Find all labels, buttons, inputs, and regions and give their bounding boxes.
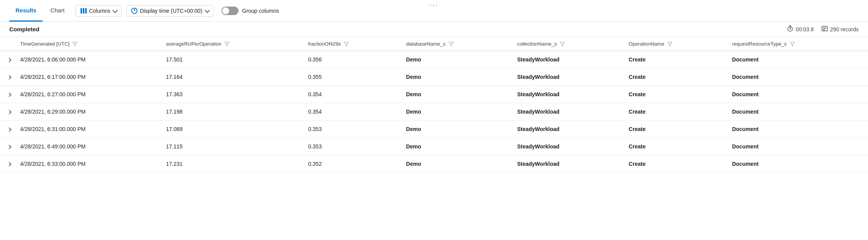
cell-averageruperoperation: 17.198 xyxy=(161,103,304,121)
cell-timegenerated: 4/28/2021, 6:06:00.000 PM xyxy=(15,51,161,68)
cell-collectionname_s: SteadyWorkload xyxy=(513,86,624,103)
th-collectionname[interactable]: collectionName_s xyxy=(513,37,624,51)
timer-label: 00:03.8 xyxy=(796,26,814,32)
cell-averageruperoperation: 17.363 xyxy=(161,86,304,103)
th-operationname[interactable]: OperationName xyxy=(624,37,727,51)
cell-timegenerated: 4/28/2021, 6:49:00.000 PM xyxy=(15,138,161,155)
table-row[interactable]: 4/28/2021, 6:17:00.000 PM17.1640.355Demo… xyxy=(0,68,868,86)
cell-timegenerated: 4/28/2021, 6:27:00.000 PM xyxy=(15,86,161,103)
cell-averageruperoperation: 17.231 xyxy=(161,155,304,173)
group-columns-toggle[interactable] xyxy=(221,7,238,15)
expand-cell[interactable] xyxy=(0,103,15,121)
cell-databasename_s: Demo xyxy=(401,121,513,138)
cell-averageruperoperation: 17.501 xyxy=(161,51,304,68)
cell-operationname: Create xyxy=(624,138,727,155)
toggle-knob xyxy=(222,7,229,14)
expand-chevron-icon[interactable] xyxy=(7,110,11,114)
cell-averageruperoperation: 17.164 xyxy=(161,68,304,86)
display-time-chevron-down-icon xyxy=(204,7,210,13)
databasename-filter-icon[interactable] xyxy=(449,41,454,46)
table-row[interactable]: 4/28/2021, 6:33:00.000 PM17.2310.352Demo… xyxy=(0,155,868,173)
averageru-filter-icon[interactable] xyxy=(225,41,230,46)
cell-fractionof429s: 0.356 xyxy=(304,51,401,68)
expand-chevron-icon[interactable] xyxy=(7,145,11,149)
tab-results[interactable]: Results xyxy=(9,0,43,22)
ellipsis: ... xyxy=(429,0,439,6)
timegenerated-filter-icon[interactable] xyxy=(72,41,77,46)
expand-cell[interactable] xyxy=(0,68,15,86)
cell-collectionname_s: SteadyWorkload xyxy=(513,138,624,155)
cell-databasename_s: Demo xyxy=(401,68,513,86)
status-meta: 00:03.8 290 records xyxy=(787,26,859,33)
status-text: Completed xyxy=(9,26,39,32)
records-icon xyxy=(822,26,828,33)
th-databasename[interactable]: databaseName_s xyxy=(401,37,513,51)
cell-databasename_s: Demo xyxy=(401,138,513,155)
table-row[interactable]: 4/28/2021, 6:49:00.000 PM17.1150.353Demo… xyxy=(0,138,868,155)
table-body: 4/28/2021, 6:06:00.000 PM17.5010.356Demo… xyxy=(0,51,868,173)
expand-chevron-icon[interactable] xyxy=(7,127,11,131)
expand-cell[interactable] xyxy=(0,51,15,68)
collectionname-filter-icon[interactable] xyxy=(560,41,565,46)
table-row[interactable]: 4/28/2021, 6:29:00.000 PM17.1980.354Demo… xyxy=(0,103,868,121)
cell-fractionof429s: 0.352 xyxy=(304,155,401,173)
tab-chart[interactable]: Chart xyxy=(44,0,71,22)
th-fractionof429s[interactable]: fractionOf429s xyxy=(304,37,401,51)
cell-collectionname_s: SteadyWorkload xyxy=(513,51,624,68)
expand-cell[interactable] xyxy=(0,138,15,155)
th-requestresourcetype[interactable]: requestResourceType_s xyxy=(727,37,868,51)
group-columns-label: Group columns xyxy=(242,8,279,14)
cell-timegenerated: 4/28/2021, 6:33:00.000 PM xyxy=(15,155,161,173)
columns-icon xyxy=(81,8,87,14)
cell-requestresourcetype_s: Document xyxy=(727,103,868,121)
cell-fractionof429s: 0.353 xyxy=(304,138,401,155)
cell-operationname: Create xyxy=(624,68,727,86)
expand-cell[interactable] xyxy=(0,86,15,103)
cell-requestresourcetype_s: Document xyxy=(727,51,868,68)
cell-fractionof429s: 0.355 xyxy=(304,68,401,86)
records-meta: 290 records xyxy=(822,26,859,33)
cell-timegenerated: 4/28/2021, 6:31:00.000 PM xyxy=(15,121,161,138)
table-row[interactable]: 4/28/2021, 6:31:00.000 PM17.0890.353Demo… xyxy=(0,121,868,138)
table-header: TimeGenerated [UTC] averageRUPerOperatio… xyxy=(0,37,868,51)
cell-requestresourcetype_s: Document xyxy=(727,121,868,138)
expand-cell[interactable] xyxy=(0,121,15,138)
status-bar: Completed 00:03.8 xyxy=(0,22,868,37)
cell-databasename_s: Demo xyxy=(401,155,513,173)
expand-cell[interactable] xyxy=(0,155,15,173)
operationname-filter-icon[interactable] xyxy=(667,41,672,46)
records-label: 290 records xyxy=(830,26,859,32)
cell-timegenerated: 4/28/2021, 6:29:00.000 PM xyxy=(15,103,161,121)
table-row[interactable]: 4/28/2021, 6:27:00.000 PM17.3630.354Demo… xyxy=(0,86,868,103)
cell-fractionof429s: 0.354 xyxy=(304,86,401,103)
cell-databasename_s: Demo xyxy=(401,86,513,103)
top-bar: ... Results Chart Columns Display time (… xyxy=(0,0,868,22)
expand-chevron-icon[interactable] xyxy=(7,75,11,79)
th-timegenerated[interactable]: TimeGenerated [UTC] xyxy=(15,37,161,51)
cell-timegenerated: 4/28/2021, 6:17:00.000 PM xyxy=(15,68,161,86)
cell-requestresourcetype_s: Document xyxy=(727,68,868,86)
results-table: TimeGenerated [UTC] averageRUPerOperatio… xyxy=(0,37,868,173)
expand-chevron-icon[interactable] xyxy=(7,92,11,97)
cell-collectionname_s: SteadyWorkload xyxy=(513,121,624,138)
columns-button[interactable]: Columns xyxy=(75,5,122,17)
display-time-button[interactable]: Display time (UTC+00:00) xyxy=(126,5,213,17)
columns-chevron-down-icon xyxy=(112,7,118,13)
cell-databasename_s: Demo xyxy=(401,51,513,68)
expand-chevron-icon[interactable] xyxy=(7,162,11,166)
expand-chevron-icon[interactable] xyxy=(7,58,11,62)
cell-collectionname_s: SteadyWorkload xyxy=(513,68,624,86)
cell-collectionname_s: SteadyWorkload xyxy=(513,155,624,173)
table-row[interactable]: 4/28/2021, 6:06:00.000 PM17.5010.356Demo… xyxy=(0,51,868,68)
cell-operationname: Create xyxy=(624,103,727,121)
cell-requestresourcetype_s: Document xyxy=(727,86,868,103)
requestresourcetype-filter-icon[interactable] xyxy=(790,41,795,46)
cell-operationname: Create xyxy=(624,155,727,173)
cell-fractionof429s: 0.354 xyxy=(304,103,401,121)
th-averageruperoperation[interactable]: averageRUPerOperation xyxy=(161,37,304,51)
cell-operationname: Create xyxy=(624,86,727,103)
fraction-filter-icon[interactable] xyxy=(344,41,349,46)
header-row: TimeGenerated [UTC] averageRUPerOperatio… xyxy=(0,37,868,51)
cell-averageruperoperation: 17.115 xyxy=(161,138,304,155)
th-expand xyxy=(0,37,15,51)
